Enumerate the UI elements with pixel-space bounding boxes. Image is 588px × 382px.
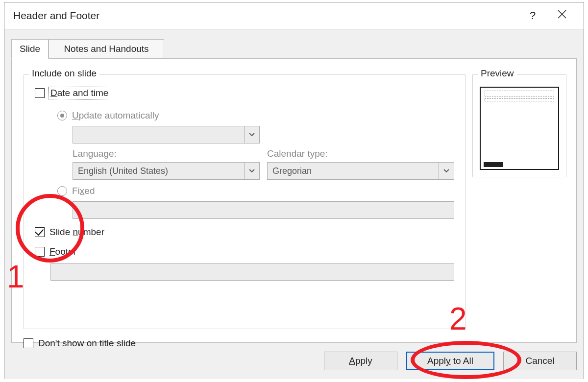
update-auto-label: Update automatically: [72, 110, 159, 121]
footer-checkbox[interactable]: [35, 247, 45, 257]
tabstrip: Slide Notes and Handouts: [11, 39, 577, 59]
chevron-down-icon: [244, 126, 259, 143]
dont-show-title-label: Don't show on title slide: [38, 338, 136, 349]
header-footer-dialog: Header and Footer ? Slide Notes and Hand…: [4, 2, 584, 379]
close-button[interactable]: [547, 5, 577, 26]
dialog-button-bar: Apply Apply to All Cancel: [324, 352, 577, 370]
fixed-row: Fixed: [57, 186, 95, 196]
preview-placeholder: [485, 91, 554, 96]
auto-date-combo[interactable]: [73, 126, 260, 143]
dialog-title: Header and Footer: [13, 10, 99, 22]
apply-label: Apply: [349, 356, 372, 366]
slide-number-label: Slide number: [49, 227, 104, 238]
preview-slide-number-marker: [484, 162, 503, 167]
dont-show-title-row: Don't show on title slide: [24, 338, 136, 349]
language-label: Language:: [73, 148, 117, 159]
include-on-slide-group: Include on slide Date and time Update au…: [24, 74, 466, 329]
cancel-button[interactable]: Cancel: [503, 352, 577, 370]
footer-input[interactable]: [50, 263, 454, 281]
language-value: English (United States): [73, 166, 244, 176]
help-button[interactable]: ?: [518, 5, 547, 26]
help-icon: ?: [530, 9, 536, 22]
update-auto-radio[interactable]: [57, 111, 67, 120]
calendar-type-value: Gregorian: [268, 166, 439, 176]
fixed-label: Fixed: [72, 186, 95, 196]
update-auto-row: Update automatically: [57, 110, 159, 121]
date-time-label: Date and time: [49, 88, 109, 98]
dialog-body: Slide Notes and Handouts Include on slid…: [4, 29, 584, 379]
date-time-checkbox[interactable]: [35, 88, 45, 98]
preview-slide-thumbnail: [480, 87, 559, 170]
tab-slide-label: Slide: [20, 44, 40, 54]
tab-slide[interactable]: Slide: [11, 39, 49, 59]
language-combo[interactable]: English (United States): [73, 162, 260, 180]
tab-notes-label: Notes and Handouts: [64, 44, 148, 54]
fixed-radio[interactable]: [57, 186, 67, 196]
close-icon: [557, 9, 567, 22]
chevron-down-icon: [439, 163, 454, 179]
tab-notes-handouts[interactable]: Notes and Handouts: [49, 39, 164, 59]
titlebar: Header and Footer ?: [4, 2, 584, 29]
footer-row: Footer: [35, 246, 76, 257]
preview-placeholder: [485, 98, 554, 101]
slide-number-row: Slide number: [35, 227, 104, 238]
apply-to-all-button[interactable]: Apply to All: [406, 352, 494, 370]
fixed-date-input[interactable]: [73, 201, 454, 219]
date-time-row: Date and time: [35, 88, 109, 98]
cancel-label: Cancel: [525, 356, 554, 366]
preview-group: Preview: [472, 74, 566, 177]
chevron-down-icon: [244, 163, 259, 179]
calendar-type-combo[interactable]: Gregorian: [267, 162, 454, 180]
slide-number-checkbox[interactable]: [35, 227, 45, 237]
footer-label: Footer: [49, 246, 76, 257]
include-legend: Include on slide: [29, 68, 99, 79]
apply-to-all-label: Apply to All: [427, 356, 473, 366]
dont-show-title-checkbox[interactable]: [24, 338, 33, 348]
calendar-type-label: Calendar type:: [267, 148, 328, 159]
slide-tab-panel: Include on slide Date and time Update au…: [11, 58, 577, 343]
apply-button[interactable]: Apply: [324, 352, 397, 370]
preview-legend: Preview: [478, 68, 517, 79]
